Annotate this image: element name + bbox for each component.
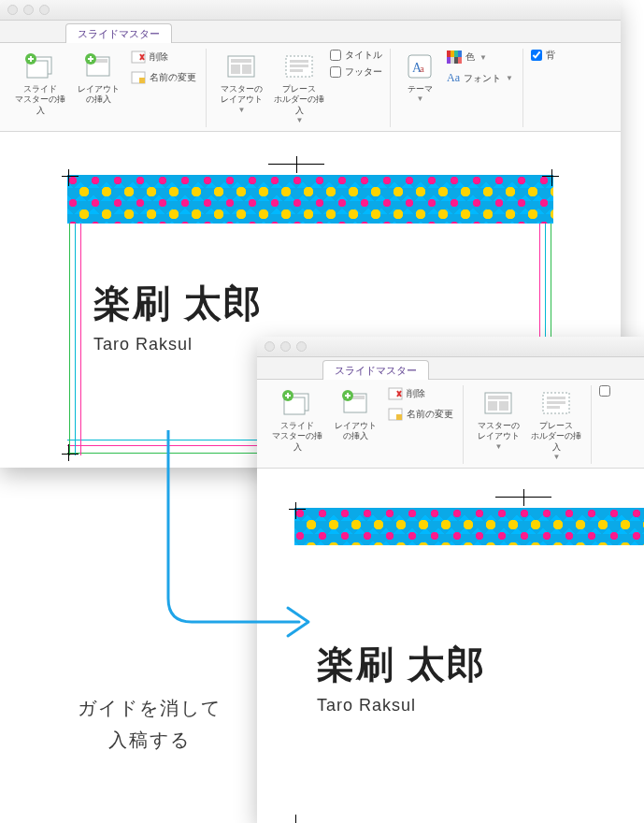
svg-rect-48 — [396, 414, 402, 420]
rename-button[interactable]: 名前の変更 — [129, 69, 198, 86]
svg-rect-52 — [499, 401, 508, 411]
svg-rect-33 — [458, 57, 462, 64]
svg-rect-54 — [547, 397, 565, 399]
delete-button[interactable]: 削除 — [386, 385, 455, 402]
svg-rect-22 — [290, 69, 303, 72]
delete-button[interactable]: 削除 — [129, 49, 198, 65]
minimize-window-button[interactable] — [280, 341, 291, 352]
zoom-window-button[interactable] — [39, 5, 50, 15]
theme-button[interactable]: Aa テーマ ▼ — [398, 49, 441, 106]
caption-line-1: ガイドを消して — [56, 692, 243, 724]
minimize-window-button[interactable] — [23, 5, 34, 15]
svg-rect-17 — [231, 65, 240, 74]
svg-rect-21 — [290, 65, 308, 67]
name-english: Taro Raksul — [93, 335, 263, 354]
svg-rect-14 — [139, 78, 145, 83]
decorative-pattern — [67, 175, 553, 224]
insert-placeholder-button[interactable]: プレース ホルダーの挿入 ▼ — [272, 49, 326, 127]
rename-button[interactable]: 名前の変更 — [386, 406, 455, 423]
delete-icon — [131, 51, 146, 64]
master-layout-button[interactable]: マスターの レイアウト ▼ — [214, 49, 268, 117]
svg-rect-16 — [231, 59, 251, 63]
master-layout-label: マスターの レイアウト — [221, 84, 263, 106]
name-english: Taro Raksul — [317, 696, 486, 715]
chevron-down-icon: ▼ — [495, 442, 503, 452]
insert-placeholder-label: プレース ホルダーの挿入 — [272, 84, 326, 116]
zoom-window-button[interactable] — [296, 341, 307, 352]
svg-rect-4 — [30, 56, 32, 62]
name-japanese: 楽刷 太郎 — [93, 278, 263, 329]
ribbon: スライド マスターの挿入 レイアウト の挿入 削除 名前の変更 マスタ — [0, 43, 621, 132]
decorative-pattern — [294, 508, 644, 545]
insert-layout-label: レイアウト の挿入 — [335, 421, 377, 442]
insert-placeholder-button[interactable]: プレース ホルダーの挿入 ▼ — [529, 385, 583, 464]
crop-mark — [47, 448, 75, 468]
svg-rect-31 — [451, 57, 454, 64]
crop-mark — [274, 818, 302, 823]
chevron-down-icon: ▼ — [238, 106, 246, 115]
font-button[interactable]: Aa フォント ▼ — [445, 69, 515, 87]
font-icon: Aa — [447, 71, 460, 85]
theme-label: テーマ — [408, 84, 433, 94]
chevron-down-icon: ▼ — [479, 53, 487, 62]
color-swatch-icon — [447, 51, 462, 64]
insert-slide-master-button[interactable]: スライド マスターの挿入 — [13, 49, 67, 118]
rename-icon — [388, 408, 403, 421]
svg-rect-56 — [547, 406, 560, 409]
svg-rect-50 — [488, 396, 508, 399]
font-label: フォント — [464, 72, 501, 85]
insert-layout-label: レイアウト の挿入 — [78, 84, 120, 106]
titlebar[interactable] — [0, 0, 621, 21]
svg-rect-38 — [287, 393, 289, 398]
insert-slide-master-label: スライド マスターの挿入 — [13, 84, 67, 116]
tab-slide-master[interactable]: スライドマスター — [65, 23, 172, 43]
title-checkbox[interactable]: タイトル — [330, 49, 382, 62]
color-button[interactable]: 色 ▼ — [445, 49, 515, 65]
ribbon-tabbar: スライドマスター — [257, 357, 644, 380]
insert-layout-button[interactable]: レイアウト の挿入 — [71, 49, 125, 108]
svg-rect-55 — [547, 401, 565, 404]
slide-master-icon — [25, 53, 55, 79]
rename-label: 名前の変更 — [150, 71, 196, 84]
chevron-down-icon: ▼ — [417, 94, 424, 104]
slide[interactable]: 楽刷 太郎 Taro Raksul — [294, 508, 644, 823]
layout-icon — [83, 53, 113, 79]
master-layout-button[interactable]: マスターの レイアウト ▼ — [471, 385, 525, 454]
rename-icon — [131, 71, 146, 84]
tab-slide-master[interactable]: スライドマスター — [322, 360, 429, 380]
insert-layout-button[interactable]: レイアウト の挿入 — [328, 385, 382, 444]
placeholder-icon — [284, 54, 314, 79]
chevron-down-icon: ▼ — [553, 453, 561, 462]
slide-master-icon — [282, 390, 312, 416]
master-layout-icon — [226, 54, 256, 79]
close-window-button[interactable] — [7, 5, 18, 15]
footer-checkbox-label: フッター — [345, 65, 382, 79]
title-checkbox-label: タイトル — [345, 49, 382, 62]
chevron-down-icon: ▼ — [506, 74, 513, 82]
svg-rect-29 — [458, 51, 462, 57]
color-label: 色 — [465, 51, 475, 64]
insert-placeholder-label: プレース ホルダーの挿入 — [529, 421, 583, 453]
layout-icon — [340, 390, 370, 416]
option-checkbox[interactable] — [599, 385, 610, 397]
flow-arrow — [150, 430, 327, 645]
svg-text:a: a — [420, 63, 424, 74]
footer-checkbox[interactable]: フッター — [330, 65, 382, 79]
background-label: 背 — [546, 49, 555, 62]
background-checkbox[interactable]: 背 — [531, 49, 555, 62]
rename-label: 名前の変更 — [407, 408, 453, 421]
svg-rect-51 — [488, 401, 497, 411]
chevron-down-icon: ▼ — [296, 116, 304, 125]
svg-rect-26 — [447, 51, 451, 57]
annotation-caption: ガイドを消して 入稿する — [56, 692, 243, 756]
close-window-button[interactable] — [265, 341, 275, 352]
titlebar[interactable] — [257, 337, 644, 357]
svg-rect-20 — [290, 60, 308, 63]
svg-rect-18 — [242, 65, 251, 74]
svg-rect-43 — [347, 393, 349, 398]
delete-label: 削除 — [407, 387, 425, 400]
caption-line-2: 入稿する — [56, 724, 243, 756]
ribbon-tabbar: スライドマスター — [0, 21, 621, 43]
svg-rect-9 — [90, 56, 92, 62]
master-layout-label: マスターの レイアウト — [478, 421, 520, 442]
